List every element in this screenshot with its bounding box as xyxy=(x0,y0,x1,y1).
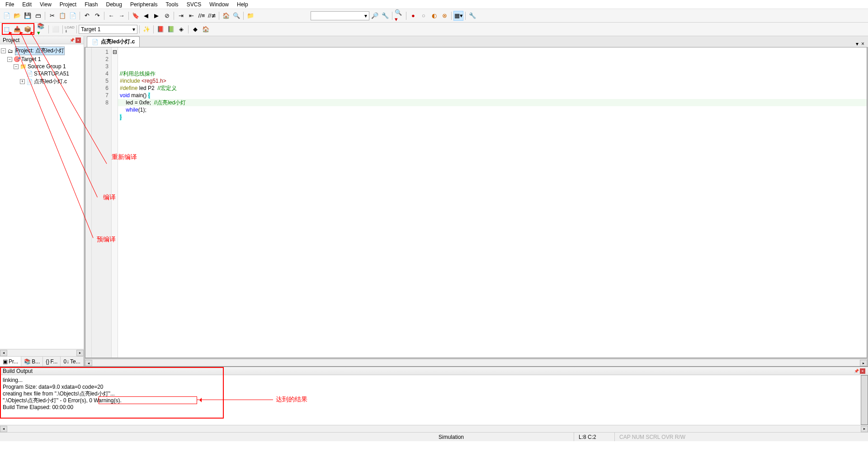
code-editor[interactable]: 12345678 ⊟ //利用总线操作#include <reg51.h>#de… xyxy=(85,47,867,358)
expand-icon[interactable]: − xyxy=(1,48,6,53)
toolbar-main: 📄 📂 💾 🗃 ✂ 📋 📄 ↶ ↷ ← → 🔖 ◀ ▶ ⊘ ⇥ ⇤ //≡ //… xyxy=(0,9,868,23)
target-selector[interactable]: Target 1▾ xyxy=(79,25,137,34)
menu-view[interactable]: View xyxy=(36,0,55,9)
line-gutter: 12345678 xyxy=(92,47,112,358)
bp-disable-icon[interactable]: ○ xyxy=(419,11,429,21)
annotation-box-build-output xyxy=(0,367,224,419)
manage-multi-icon[interactable]: 📗 xyxy=(166,24,176,34)
config-icon[interactable]: 🔧 xyxy=(467,11,477,21)
indent-icon[interactable]: ⇥ xyxy=(176,11,186,21)
new-file-icon[interactable]: 📄 xyxy=(2,11,12,21)
breakpoint-icon[interactable]: ● xyxy=(408,11,418,21)
menu-svcs[interactable]: SVCS xyxy=(183,0,205,9)
menu-tools[interactable]: Tools xyxy=(162,0,182,9)
bookmark-prev-icon[interactable]: ◀ xyxy=(141,11,151,21)
build-vscroll[interactable] xyxy=(861,375,868,425)
bookmark-next-icon[interactable]: ▶ xyxy=(151,11,161,21)
bookmark-icon[interactable]: 🔖 xyxy=(131,11,141,21)
menu-window[interactable]: Window xyxy=(206,0,232,9)
outdent-icon[interactable]: ⇤ xyxy=(186,11,196,21)
uncomment-icon[interactable]: //≢ xyxy=(207,11,217,21)
code-content[interactable]: //利用总线操作#include <reg51.h>#define led P2… xyxy=(118,47,867,358)
editor-hscroll[interactable]: ◂ ▸ xyxy=(85,359,867,366)
menu-bar: FileEditViewProjectFlashDebugPeripherals… xyxy=(0,0,868,9)
toolbar-build: ⬚ 📥 📦 📚▾ ⬜ LOAD⬇ Target 1▾ ✨ 📕 📗 ◈ ◆ 🏠 xyxy=(0,23,868,36)
bp-kill-all-icon[interactable]: ⊗ xyxy=(439,11,449,21)
nav-fwd-icon[interactable]: → xyxy=(117,11,127,21)
scroll-right-icon[interactable]: ▸ xyxy=(861,426,868,432)
save-all-icon[interactable]: 🗃 xyxy=(33,11,43,21)
editor-tabs: 📄 点亮led小灯.c ▾ × xyxy=(84,36,868,47)
undo-icon[interactable]: ↶ xyxy=(82,11,92,21)
scroll-right-icon[interactable]: ▸ xyxy=(860,360,867,366)
menu-debug[interactable]: Debug xyxy=(103,0,126,9)
scroll-right-icon[interactable]: ▸ xyxy=(76,350,84,356)
copy-icon[interactable]: 📋 xyxy=(57,11,67,21)
menu-edit[interactable]: Edit xyxy=(19,0,35,9)
manage-icon[interactable]: 📕 xyxy=(156,24,165,34)
save-icon[interactable]: 💾 xyxy=(23,11,33,21)
project-tree[interactable]: −🗂Project: 点亮led小灯 −🎯Target 1 −📁Source G… xyxy=(0,44,84,349)
pack-icon[interactable]: ◆ xyxy=(190,24,200,34)
debug-icon[interactable]: 🔍▾ xyxy=(394,11,404,21)
find-next-icon[interactable]: 🔎 xyxy=(370,11,380,21)
find-files-icon[interactable]: 🔍 xyxy=(231,11,241,21)
panel-tab[interactable]: 📚B... xyxy=(21,357,43,366)
manage-rte-icon[interactable]: ◈ xyxy=(176,24,186,34)
editor-tab-label: 点亮led小灯.c xyxy=(101,38,135,46)
download-icon[interactable]: LOAD⬇ xyxy=(65,24,75,34)
batch-build-icon[interactable]: 📚▾ xyxy=(37,24,47,34)
scroll-left-icon[interactable]: ◂ xyxy=(85,360,92,366)
tab-close-icon[interactable]: × xyxy=(861,41,864,47)
target-icon: 🎯 xyxy=(14,56,20,62)
breakpoint-margin[interactable] xyxy=(85,47,92,358)
status-keyboard: CAP NUM SCRL OVR R/W xyxy=(615,433,690,441)
options-icon[interactable]: ✨ xyxy=(142,24,151,34)
incremental-icon[interactable]: 🔧 xyxy=(380,11,390,21)
cut-icon[interactable]: ✂ xyxy=(47,11,57,21)
menu-help[interactable]: Help xyxy=(233,0,252,9)
tree-group[interactable]: Source Group 1 xyxy=(28,63,66,70)
panel-close-icon[interactable]: × xyxy=(75,38,81,43)
menu-project[interactable]: Project xyxy=(56,0,80,9)
menu-peripherals[interactable]: Peripherals xyxy=(127,0,161,9)
fold-margin[interactable]: ⊟ xyxy=(112,47,118,358)
menu-file[interactable]: File xyxy=(2,0,18,9)
tab-icon: ▣ xyxy=(3,358,8,365)
menu-flash[interactable]: Flash xyxy=(81,0,101,9)
editor-area: 📄 点亮led小灯.c ▾ × 12345678 ⊟ //利用总线操作#incl… xyxy=(84,36,868,366)
stop-build-icon[interactable]: ⬜ xyxy=(51,24,61,34)
window-icon[interactable]: ▦▾ xyxy=(453,11,463,21)
find-combo[interactable]: ▾ xyxy=(311,11,369,20)
scroll-left-icon[interactable]: ◂ xyxy=(0,350,7,356)
bookmark-clear-icon[interactable]: ⊘ xyxy=(162,11,172,21)
expand-icon[interactable]: + xyxy=(20,79,25,84)
expand-icon[interactable]: − xyxy=(7,57,12,62)
panel-tab[interactable]: ▣Pr... xyxy=(0,357,21,366)
tree-file-main[interactable]: 点亮led小灯.c xyxy=(34,78,67,85)
panel-close-icon[interactable]: × xyxy=(860,368,865,374)
pack-installer-icon[interactable]: 🏠 xyxy=(201,24,211,34)
editor-tab-active[interactable]: 📄 点亮led小灯.c xyxy=(87,36,140,47)
build-hscroll[interactable]: ◂ ▸ xyxy=(0,425,868,432)
open-file-icon[interactable]: 📂 xyxy=(12,11,22,21)
project-icon: 🗂 xyxy=(7,48,14,54)
expand-icon[interactable]: − xyxy=(14,64,19,69)
project-icon[interactable]: 📁 xyxy=(245,11,255,21)
panel-tab[interactable]: {}F... xyxy=(43,357,61,366)
panel-pin-icon[interactable]: 📌 xyxy=(69,38,75,43)
tab-menu-icon[interactable]: ▾ xyxy=(856,41,859,47)
file-icon: 📄 xyxy=(92,39,99,45)
comment-icon[interactable]: //≡ xyxy=(197,11,207,21)
project-hscroll[interactable]: ◂ ▸ xyxy=(0,349,84,356)
scroll-left-icon[interactable]: ◂ xyxy=(0,426,7,432)
panel-pin-icon[interactable]: 📌 xyxy=(854,368,859,374)
paste-icon[interactable]: 📄 xyxy=(68,11,78,21)
tree-target[interactable]: Target 1 xyxy=(21,56,41,62)
nav-back-icon[interactable]: ← xyxy=(106,11,116,21)
status-simulation: Simulation xyxy=(434,433,574,441)
panel-tab[interactable]: 0↓Te... xyxy=(61,357,83,366)
bp-kill-icon[interactable]: ◐ xyxy=(429,11,439,21)
find-icon[interactable]: 🏠 xyxy=(221,11,231,21)
redo-icon[interactable]: ↷ xyxy=(92,11,102,21)
